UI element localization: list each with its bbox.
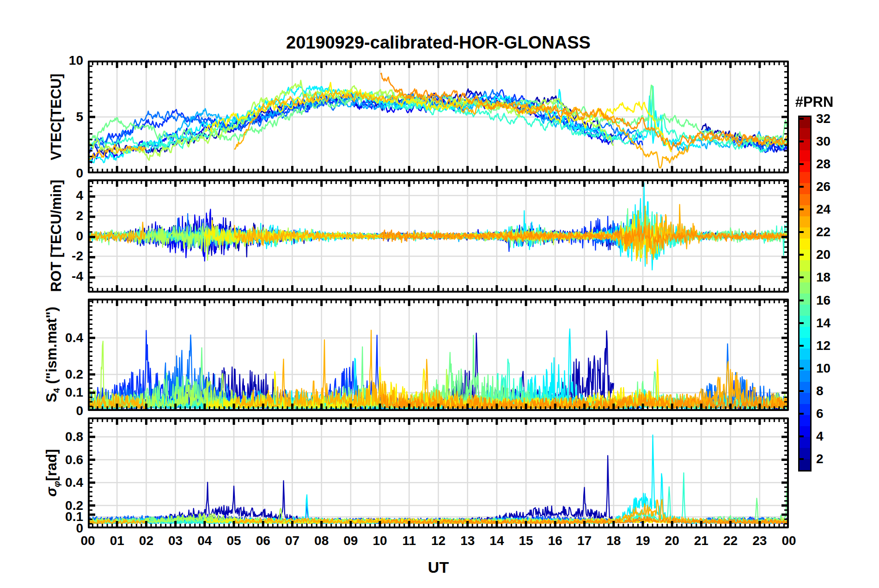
colorbar-tick-label: 20 — [816, 247, 848, 263]
y-tick-label-s4: 0 — [28, 403, 83, 419]
colorbar-tick-mark — [800, 368, 804, 369]
y-tick-label-s4: 0.2 — [28, 367, 83, 382]
colorbar-band-prn-12 — [800, 338, 810, 349]
colorbar-tick-mark — [800, 276, 804, 278]
colorbar-tick-mark — [800, 186, 804, 188]
colorbar-tick-label: 14 — [816, 315, 848, 331]
y-tick-label-sigma: 0.4 — [28, 475, 83, 490]
colorbar-tick-mark — [800, 118, 804, 120]
colorbar-band-prn-23 — [800, 216, 810, 227]
y-tick-label-rot: -4 — [28, 269, 83, 284]
colorbar-tick-mark — [800, 141, 804, 142]
colorbar-tick-mark — [800, 458, 804, 460]
rot-panel-plot — [88, 179, 789, 293]
colorbar-tick-mark — [800, 300, 804, 301]
colorbar-tick-mark — [800, 345, 804, 347]
colorbar-band-prn-7 — [800, 393, 810, 404]
figure-root: 20190929-calibrated-HOR-GLONASS VTEC[TEC… — [0, 0, 879, 588]
colorbar-band-prn-5 — [800, 415, 810, 426]
colorbar-band-prn-13 — [800, 327, 810, 338]
y-tick-label-rot: 4 — [28, 188, 83, 203]
y-tick-label-vtec: 10 — [28, 53, 83, 68]
colorbar-tick-label: 2 — [816, 451, 848, 467]
colorbar-tick-mark — [800, 208, 804, 210]
colorbar-tick-label: 16 — [816, 293, 848, 308]
colorbar-tick-mark — [800, 231, 804, 233]
colorbar-tick-mark — [800, 322, 804, 324]
y-tick-label-s4: 0.1 — [28, 385, 83, 400]
colorbar-band-prn-9 — [800, 371, 810, 382]
colorbar-band-prn-28 — [800, 161, 810, 172]
vtec-panel-plot — [88, 61, 789, 173]
colorbar-band-prn-14 — [800, 316, 810, 327]
colorbar-band-prn-27 — [800, 172, 810, 183]
colorbar-tick-label: 32 — [816, 111, 848, 127]
colorbar-tick-label: 22 — [816, 224, 848, 240]
colorbar-tick-mark — [800, 390, 804, 392]
y-tick-label-rot: 2 — [28, 208, 83, 224]
y-tick-label-sigma: 0.8 — [28, 429, 83, 445]
colorbar-tick-label: 8 — [816, 383, 848, 399]
colorbar-band-prn-1 — [800, 459, 810, 470]
colorbar-band-prn-15 — [800, 305, 810, 316]
y-tick-label-rot: -2 — [28, 248, 83, 264]
y-tick-label-s4: 0.4 — [28, 330, 83, 346]
colorbar-band-prn-26 — [800, 183, 810, 194]
x-tick-label: 00 — [768, 533, 810, 549]
colorbar-tick-label: 24 — [816, 202, 848, 217]
prn-colorbar — [798, 116, 812, 472]
colorbar-band-prn-11 — [800, 349, 810, 360]
y-tick-label-rot: 0 — [28, 228, 83, 244]
colorbar-tick-label: 18 — [816, 270, 848, 285]
colorbar-band-prn-24 — [800, 205, 810, 216]
colorbar-band-prn-29 — [800, 150, 810, 161]
colorbar-tick-label: 30 — [816, 134, 848, 149]
colorbar-title: #PRN — [787, 94, 842, 110]
colorbar-band-prn-3 — [800, 437, 810, 448]
s4-panel-plot — [88, 299, 789, 411]
x-axis-label: UT — [88, 558, 789, 576]
sigma-phi-panel-plot — [88, 417, 789, 528]
colorbar-tick-mark — [800, 254, 804, 256]
colorbar-band-prn-19 — [800, 260, 810, 271]
colorbar-tick-label: 26 — [816, 179, 848, 195]
y-tick-label-vtec: 0 — [28, 165, 83, 181]
colorbar-tick-label: 12 — [816, 338, 848, 354]
colorbar-band-prn-17 — [800, 282, 810, 294]
y-tick-label-sigma: 0.6 — [28, 452, 83, 468]
y-tick-label-vtec: 5 — [28, 109, 83, 125]
colorbar-band-prn-31 — [800, 128, 810, 139]
chart-title: 20190929-calibrated-HOR-GLONASS — [88, 32, 789, 53]
colorbar-tick-mark — [800, 435, 804, 437]
colorbar-band-prn-25 — [800, 194, 810, 205]
colorbar-tick-mark — [800, 163, 804, 165]
colorbar-band-prn-21 — [800, 239, 810, 250]
colorbar-band-prn-2 — [800, 448, 810, 459]
colorbar-tick-label: 4 — [816, 429, 848, 444]
y-tick-label-sigma: 0.2 — [28, 498, 83, 514]
colorbar-tick-label: 10 — [816, 361, 848, 376]
colorbar-tick-label: 6 — [816, 406, 848, 422]
colorbar-tick-mark — [800, 413, 804, 415]
colorbar-tick-label: 28 — [816, 156, 848, 172]
